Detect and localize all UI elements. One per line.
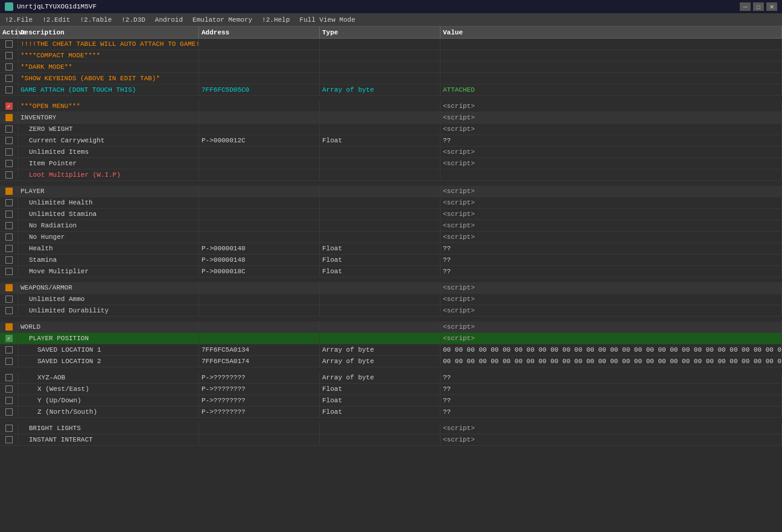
active-checkbox[interactable]: ✓ <box>5 103 13 110</box>
table-row[interactable]: Unlimited Health<script> <box>0 197 782 209</box>
active-cell[interactable] <box>0 395 18 406</box>
active-checkbox[interactable]: ✓ <box>5 335 13 342</box>
active-cell[interactable] <box>0 423 18 434</box>
active-checkbox[interactable] <box>5 211 13 218</box>
active-cell[interactable] <box>0 232 18 242</box>
maximize-button[interactable]: □ <box>753 2 764 11</box>
active-checkbox[interactable] <box>5 114 13 121</box>
table-row[interactable]: WORLD<script> <box>0 321 782 333</box>
active-cell[interactable] <box>0 73 18 84</box>
table-row[interactable]: ✓***OPEN MENU***<script> <box>0 101 782 112</box>
active-checkbox[interactable] <box>5 296 13 303</box>
active-cell[interactable]: ✓ <box>0 101 18 112</box>
table-row[interactable]: !!!!THE CHEAT TABLE WILL AUTO ATTACH TO … <box>0 39 782 50</box>
active-cell[interactable] <box>0 266 18 277</box>
table-row[interactable]: No Radiation<script> <box>0 220 782 232</box>
active-cell[interactable] <box>0 209 18 220</box>
active-cell[interactable] <box>0 344 18 355</box>
active-checkbox[interactable] <box>5 188 13 195</box>
table-row[interactable]: HealthP->00000140Float?? <box>0 243 782 255</box>
active-checkbox[interactable] <box>5 86 13 93</box>
active-cell[interactable] <box>0 243 18 254</box>
table-row[interactable]: Unlimited Stamina<script> <box>0 209 782 220</box>
table-row[interactable]: SAVED LOCATION 17FF6FC5A0134Array of byt… <box>0 344 782 356</box>
table-row[interactable]: Y (Up/Down)P->????????Float?? <box>0 395 782 407</box>
table-row[interactable]: StaminaP->00000148Float?? <box>0 255 782 266</box>
menu-item-file[interactable]: !2.File <box>0 13 37 26</box>
active-checkbox[interactable] <box>5 385 13 393</box>
table-row[interactable]: **DARK MODE** <box>0 62 782 73</box>
active-cell[interactable] <box>0 434 18 445</box>
table-row[interactable]: Unlimited Items<script> <box>0 147 782 158</box>
table-row[interactable]: No Hunger<script> <box>0 232 782 243</box>
active-checkbox[interactable] <box>5 75 13 82</box>
table-row[interactable]: ZERO WEIGHT<script> <box>0 124 782 135</box>
active-cell[interactable] <box>0 84 18 95</box>
active-checkbox[interactable] <box>5 323 13 331</box>
active-checkbox[interactable] <box>5 256 13 264</box>
active-checkbox[interactable] <box>5 436 13 443</box>
active-checkbox[interactable] <box>5 222 13 229</box>
table-row[interactable]: Unlimited Durability<script> <box>0 305 782 317</box>
active-cell[interactable] <box>0 384 18 394</box>
active-checkbox[interactable] <box>5 233 13 241</box>
menu-item-table[interactable]: !2.Table <box>75 13 116 26</box>
table-row[interactable]: PLAYER<script> <box>0 186 782 197</box>
table-row[interactable]: Unlimited Ammo<script> <box>0 294 782 305</box>
table-row[interactable]: ✓PLAYER POSITION<script> <box>0 333 782 344</box>
active-cell[interactable] <box>0 169 18 180</box>
active-cell[interactable] <box>0 50 18 61</box>
active-checkbox[interactable] <box>5 148 13 156</box>
active-checkbox[interactable] <box>5 284 13 291</box>
minimize-button[interactable]: ─ <box>740 2 751 11</box>
table-row[interactable]: Move MultiplierP->0000018CFloat?? <box>0 266 782 277</box>
table-row[interactable]: Current CarryweightP->0000012CFloat?? <box>0 135 782 147</box>
active-checkbox[interactable] <box>5 125 13 133</box>
active-cell[interactable] <box>0 197 18 208</box>
menu-item-emulatormemory[interactable]: Emulator Memory <box>188 13 257 26</box>
table-row[interactable]: WEAPONS/ARMOR<script> <box>0 282 782 294</box>
active-cell[interactable] <box>0 321 18 332</box>
active-cell[interactable] <box>0 62 18 72</box>
active-checkbox[interactable] <box>5 346 13 353</box>
active-checkbox[interactable] <box>5 307 13 314</box>
active-checkbox[interactable] <box>5 397 13 404</box>
active-checkbox[interactable] <box>5 245 13 252</box>
menu-item-android[interactable]: Android <box>150 13 188 26</box>
active-cell[interactable] <box>0 147 18 157</box>
table-row[interactable]: *SHOW KEYBINDS (ABOVE IN EDIT TAB)* <box>0 73 782 84</box>
menu-item-edit[interactable]: !2.Edit <box>37 13 75 26</box>
active-checkbox[interactable] <box>5 160 13 167</box>
table-row[interactable]: ****COMPACT MODE**** <box>0 50 782 62</box>
active-checkbox[interactable] <box>5 425 13 432</box>
active-cell[interactable] <box>0 39 18 49</box>
active-checkbox[interactable] <box>5 374 13 381</box>
active-checkbox[interactable] <box>5 52 13 59</box>
table-row[interactable]: X (West/East)P->????????Float?? <box>0 384 782 395</box>
active-cell[interactable] <box>0 112 18 123</box>
active-cell[interactable] <box>0 305 18 316</box>
table-row[interactable]: INSTANT INTERACT<script> <box>0 434 782 446</box>
table-row[interactable]: Item Pointer<script> <box>0 158 782 169</box>
table-row[interactable]: GAME ATTACH (DONT TOUCH THIS)7FF6FC5D05C… <box>0 84 782 96</box>
table-row[interactable]: Z (North/South)P->????????Float?? <box>0 407 782 418</box>
menu-item-dd[interactable]: !2.D3D <box>116 13 150 26</box>
active-cell[interactable] <box>0 356 18 367</box>
active-checkbox[interactable] <box>5 268 13 275</box>
active-cell[interactable] <box>0 186 18 197</box>
active-cell[interactable] <box>0 124 18 135</box>
active-cell[interactable] <box>0 407 18 417</box>
table-row[interactable]: INVENTORY<script> <box>0 112 782 124</box>
active-cell[interactable] <box>0 294 18 305</box>
table-row[interactable]: Loot Multiplier (W.I.P) <box>0 169 782 181</box>
active-checkbox[interactable] <box>5 63 13 71</box>
active-cell[interactable]: ✓ <box>0 333 18 344</box>
active-checkbox[interactable] <box>5 137 13 144</box>
table-row[interactable]: BRIGHT LIGHTS<script> <box>0 423 782 434</box>
active-cell[interactable] <box>0 255 18 265</box>
close-button[interactable]: ✕ <box>766 2 777 11</box>
menu-item-fullviewmode[interactable]: Full View Mode <box>294 13 360 26</box>
table-row[interactable]: SAVED LOCATION 27FF6FC5A0174Array of byt… <box>0 356 782 367</box>
active-cell[interactable] <box>0 220 18 231</box>
active-checkbox[interactable] <box>5 40 13 48</box>
